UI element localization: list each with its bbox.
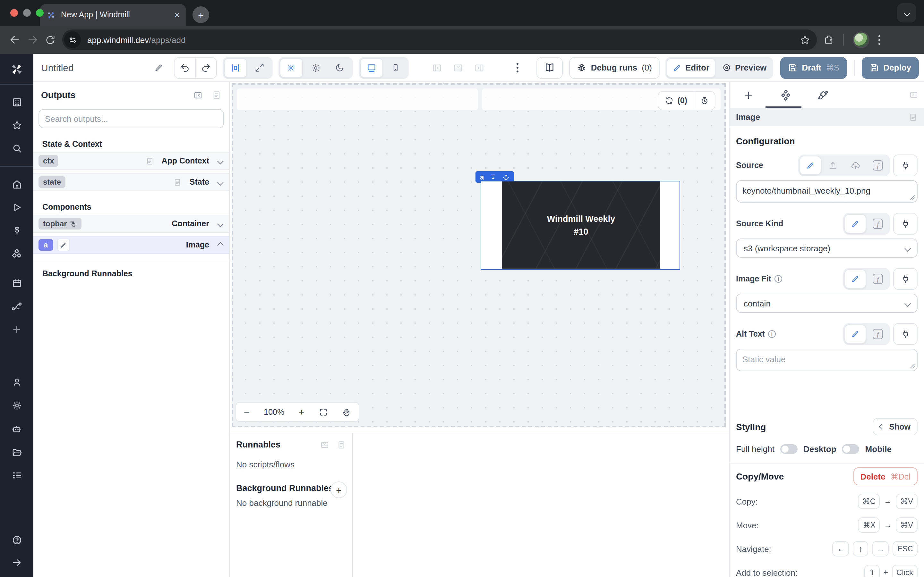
toggle-bottom-panel-icon[interactable] <box>453 63 463 73</box>
output-row-a-selected[interactable]: a Image <box>33 236 229 254</box>
site-settings-icon[interactable] <box>64 31 81 48</box>
cloud-upload-button[interactable] <box>845 156 866 175</box>
source-kind-select[interactable]: s3 (workspace storage) <box>736 239 918 258</box>
resize-handle[interactable] <box>910 364 915 369</box>
rename-pencil-icon[interactable] <box>154 63 164 73</box>
profile-avatar[interactable] <box>853 31 869 48</box>
editor-tab[interactable]: Editor <box>667 58 715 77</box>
fx-expression-button[interactable]: f <box>867 214 889 234</box>
anchor-icon[interactable] <box>502 173 509 181</box>
settings-gear-icon[interactable] <box>11 400 22 411</box>
doc-icon[interactable] <box>174 178 182 186</box>
dark-theme-moon-icon[interactable] <box>328 58 352 77</box>
styling-brush-tab[interactable] <box>804 89 841 101</box>
outputs-search[interactable] <box>39 109 224 128</box>
state-badge[interactable]: state <box>39 176 65 188</box>
static-pencil-button[interactable] <box>845 214 866 234</box>
runs-icon[interactable] <box>11 202 22 213</box>
deploy-button[interactable]: Deploy <box>861 57 919 79</box>
show-styling-button[interactable]: Show <box>872 418 918 435</box>
toggle-right-panel-icon[interactable] <box>474 63 485 73</box>
redo-button[interactable] <box>195 57 216 78</box>
collapse-right-panel-icon[interactable] <box>909 90 918 99</box>
collapse-panel-icon[interactable] <box>193 90 203 100</box>
new-tab-button[interactable]: + <box>192 6 209 23</box>
draft-button[interactable]: Draft ⌘S <box>780 57 846 79</box>
connect-plug-button[interactable] <box>893 323 918 345</box>
preview-tab[interactable]: Preview <box>716 58 772 77</box>
static-pencil-button[interactable] <box>845 324 866 343</box>
component-a-badge[interactable]: a <box>39 239 53 251</box>
topbar-container-cell[interactable] <box>237 89 478 110</box>
extensions-icon[interactable] <box>823 34 834 45</box>
zoom-out-button[interactable]: − <box>244 406 250 417</box>
components-settings-tab[interactable] <box>767 89 804 101</box>
light-theme-sun-icon[interactable] <box>304 58 327 77</box>
close-window-button[interactable] <box>10 9 18 17</box>
address-bar[interactable]: app.windmill.dev/apps/add <box>62 29 817 50</box>
workspace-icon[interactable] <box>11 97 22 108</box>
output-row-state[interactable]: state State <box>33 173 229 191</box>
chevron-down-icon[interactable] <box>217 179 224 185</box>
doc-icon[interactable] <box>909 113 918 121</box>
static-pencil-button[interactable] <box>800 156 821 175</box>
undo-button[interactable] <box>174 57 195 78</box>
desktop-toggle[interactable] <box>842 444 859 454</box>
alt-text-input[interactable]: Static value <box>736 349 918 371</box>
connect-plug-button[interactable] <box>893 155 918 176</box>
variables-icon[interactable] <box>11 225 22 236</box>
audit-logs-icon[interactable] <box>11 470 22 481</box>
windmill-logo[interactable] <box>10 62 24 76</box>
debug-runs-button[interactable]: Debug runs (0) <box>569 57 660 79</box>
output-row-topbar[interactable]: topbar Container <box>33 215 229 233</box>
fx-expression-button[interactable]: f <box>867 269 889 288</box>
resize-handle[interactable] <box>910 195 915 200</box>
connect-plug-button[interactable] <box>893 213 918 235</box>
upload-button[interactable] <box>822 156 844 175</box>
folders-icon[interactable] <box>11 447 22 458</box>
help-icon[interactable] <box>11 535 22 546</box>
doc-icon[interactable] <box>212 90 221 100</box>
add-background-runnable-button[interactable]: + <box>330 482 347 498</box>
fit-view-icon[interactable] <box>318 408 328 416</box>
fx-expression-button[interactable]: f <box>867 156 889 175</box>
workers-robot-icon[interactable] <box>11 423 23 435</box>
schedules-icon[interactable] <box>11 277 22 288</box>
browser-tab[interactable]: New App | Windmill × <box>40 4 186 26</box>
expand-sidebar-arrow-icon[interactable] <box>11 557 22 568</box>
fx-expression-button[interactable]: f <box>867 324 889 343</box>
desktop-view-button[interactable] <box>360 58 383 77</box>
image-fit-select[interactable]: contain <box>736 293 918 313</box>
add-icon[interactable] <box>11 324 22 335</box>
arrow-down-to-line-icon[interactable] <box>489 173 497 181</box>
search-icon[interactable] <box>11 143 22 154</box>
image-component-selected[interactable]: Windmill Weekly #10 <box>481 181 680 270</box>
full-height-toggle[interactable] <box>780 444 798 454</box>
tab-search-button[interactable] <box>897 3 916 23</box>
topbar-badge[interactable]: topbar <box>39 218 82 229</box>
search-outputs-input[interactable] <box>45 114 218 123</box>
centered-layout-button[interactable] <box>224 58 247 77</box>
static-pencil-button[interactable] <box>845 269 866 288</box>
bookmark-star-icon[interactable] <box>800 34 811 45</box>
browser-menu-icon[interactable] <box>879 35 880 45</box>
collapse-bottom-panel-icon[interactable] <box>320 440 329 449</box>
forward-button[interactable] <box>27 34 39 45</box>
reload-button[interactable] <box>45 34 56 45</box>
more-options-icon[interactable] <box>517 63 519 73</box>
ctx-badge[interactable]: ctx <box>39 155 59 167</box>
maximize-window-button[interactable] <box>36 9 44 17</box>
refresh-components-button[interactable]: (0) <box>658 96 694 105</box>
auto-theme-button[interactable] <box>280 58 303 77</box>
chevron-down-icon[interactable] <box>217 158 224 164</box>
home-icon[interactable] <box>11 179 22 190</box>
minimize-window-button[interactable] <box>23 9 31 17</box>
toggle-left-panel-icon[interactable] <box>432 63 442 73</box>
app-canvas[interactable]: (0) a <box>232 83 726 427</box>
docs-book-button[interactable] <box>536 57 563 79</box>
tab-close-icon[interactable]: × <box>174 10 180 19</box>
output-row-ctx[interactable]: ctx App Context <box>33 152 229 170</box>
pan-hand-icon[interactable] <box>342 408 351 416</box>
delete-button[interactable]: Delete ⌘Del <box>853 467 918 485</box>
runs-history-button[interactable] <box>694 96 715 105</box>
